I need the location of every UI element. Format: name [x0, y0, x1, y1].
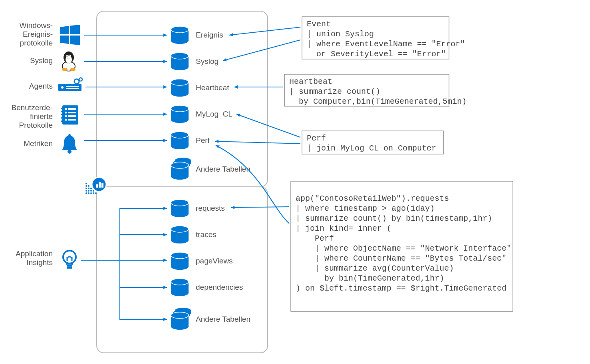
table-ereignis: Ereignis	[171, 26, 223, 44]
table-label: pageViews	[196, 257, 233, 265]
db-icon	[171, 53, 189, 70]
table-label: MyLog_CL	[196, 110, 232, 119]
db-icon	[171, 279, 189, 296]
table-mylog: MyLog_CL	[171, 105, 232, 123]
db-icon	[171, 226, 189, 243]
table-label: Heartbeat	[196, 83, 229, 92]
query-box-3: Perf| join MyLog_CL on Computer	[302, 131, 443, 154]
db-icon	[171, 132, 189, 149]
windows-icon	[60, 25, 80, 45]
source-appinsights: ApplicationInsights	[16, 249, 76, 269]
table-traces: traces	[171, 226, 217, 243]
list-icon	[61, 105, 78, 125]
db-icon	[171, 200, 189, 217]
table-perf: Perf	[171, 132, 210, 149]
svg-line-77	[223, 40, 300, 61]
query-arrows	[215, 27, 300, 224]
table-label: Perf	[196, 136, 210, 144]
source-label: Metriken	[24, 139, 53, 148]
svg-line-80	[215, 141, 300, 144]
source-label: Syslog	[30, 56, 53, 65]
table-label: Andere Tabellen	[196, 315, 250, 323]
db-icon	[171, 105, 189, 123]
svg-line-81	[231, 207, 289, 208]
source-label: Windows-Ereignis-protokolle	[20, 21, 53, 47]
tux-icon	[62, 51, 75, 71]
dbstack-icon	[171, 308, 191, 330]
dbstack-icon	[171, 158, 191, 180]
db-icon	[171, 26, 189, 44]
source-label: Agents	[29, 82, 53, 90]
bulb-icon	[63, 251, 76, 269]
query-box-2: Heartbeat| summarize count() by Computer…	[284, 74, 467, 106]
table-dependencies: dependencies	[171, 279, 243, 296]
bell-icon	[62, 134, 77, 154]
db-icon	[171, 79, 189, 97]
table-syslog: Syslog	[171, 53, 219, 70]
query-box-1: Event| union Syslog| where EventLevelNam…	[302, 17, 465, 59]
analytics-icon	[85, 177, 106, 194]
svg-line-79	[236, 114, 300, 137]
table-label: Ereignis	[196, 31, 223, 39]
table-label: dependencies	[196, 283, 243, 291]
table-label: Andere Tabellen	[196, 165, 250, 173]
source-metrics: Metriken	[24, 134, 77, 154]
table-other-2: Andere Tabellen	[171, 308, 250, 330]
source-customlogs: Benutzerde-finierteProtokolle	[11, 103, 78, 129]
source-syslog: Syslog	[30, 51, 75, 71]
source-label: Benutzerde-finierteProtokolle	[11, 103, 53, 129]
source-windows: Windows-Ereignis-protokolle	[20, 21, 80, 47]
table-heartbeat: Heartbeat	[171, 79, 229, 97]
svg-line-76	[229, 27, 300, 35]
appinsights-arrows	[81, 208, 167, 319]
query-box-4: app("ContosoRetailWeb").requests| where …	[291, 181, 513, 311]
db-icon	[171, 252, 189, 270]
table-pageviews: pageViews	[171, 252, 233, 270]
table-requests: requests	[171, 200, 225, 217]
table-label: requests	[196, 204, 225, 212]
table-label: Syslog	[196, 57, 219, 65]
server-icon	[58, 78, 82, 91]
table-label: traces	[196, 230, 217, 239]
source-agents: Agents	[29, 78, 82, 91]
source-label: ApplicationInsights	[16, 249, 53, 267]
